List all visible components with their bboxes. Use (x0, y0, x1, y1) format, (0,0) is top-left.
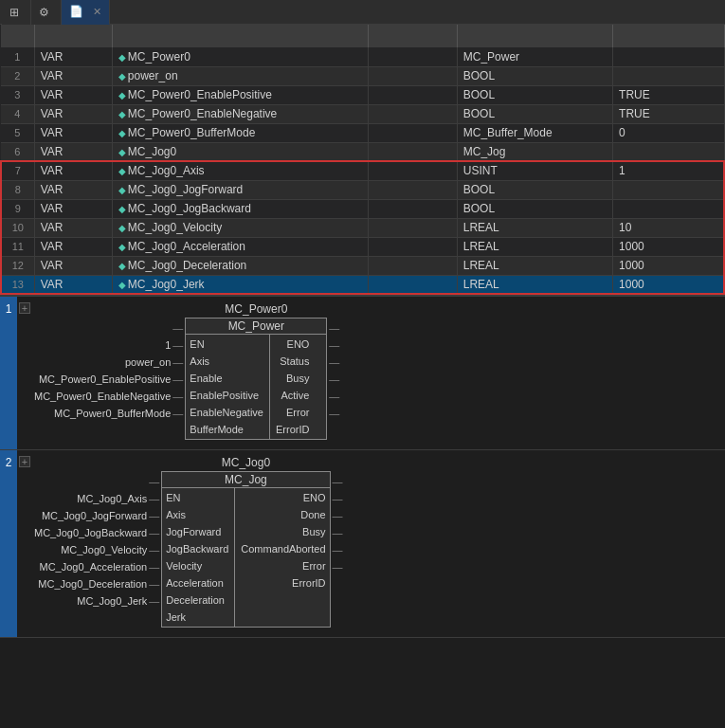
row-assign (368, 104, 457, 123)
input-wire: — (147, 473, 161, 490)
fb-pin-left: Axis (190, 353, 263, 370)
row-varname: ◆power_on (112, 66, 368, 85)
pou-icon: 📄 (69, 5, 83, 18)
fb-body-2: ENAxisJogForwardJogBackwardVelocityAccel… (162, 488, 329, 627)
row-assign (368, 256, 457, 275)
output-wire: — (327, 337, 341, 354)
logic-area[interactable]: 1+ —1 —power_on —MC_Power0_EnablePositiv… (0, 297, 725, 728)
row-dtype: BOOL (457, 199, 612, 218)
input-label: MC_Jog0_Acceleration (40, 561, 148, 573)
row-varname: ◆MC_Jog0_Jerk (112, 275, 368, 294)
row-type: VAR (34, 47, 112, 66)
fb-pin-left: BufferMode (190, 421, 263, 438)
row-assign (368, 142, 457, 161)
output-wire: — (327, 405, 341, 422)
diagram-row-1: —1 —power_on —MC_Power0_EnablePositive —… (34, 302, 341, 440)
table-row[interactable]: 3VAR◆MC_Power0_EnablePositiveBOOLTRUE (1, 85, 724, 104)
input-label: power_on (125, 356, 171, 368)
diamond-icon: ◆ (118, 242, 126, 252)
row-dtype: BOOL (457, 85, 612, 104)
var-table: 1VAR◆MC_Power0MC_Power2VAR◆power_onBOOL3… (0, 25, 725, 295)
row-varname: ◆MC_Jog0_Acceleration (112, 237, 368, 256)
input-label: MC_Power0_EnablePositive (39, 373, 171, 385)
table-row[interactable]: 10VAR◆MC_Jog0_VelocityLREAL10 (1, 218, 724, 237)
fb-pin-right: ErrorID (241, 574, 325, 592)
tab-bar: ⊞ ⚙ 📄 ✕ (0, 0, 725, 25)
output-wire: — (327, 319, 341, 337)
row-assign (368, 123, 457, 142)
row-dtype: MC_Buffer_Mode (457, 123, 612, 142)
fb-pin-right: Busy (276, 370, 309, 387)
section-expand-1[interactable]: + (19, 302, 30, 314)
row-type: VAR (34, 199, 112, 218)
tab-pou-close[interactable]: ✕ (93, 6, 101, 18)
diamond-icon: ◆ (118, 52, 126, 63)
output-wire: — (331, 507, 345, 524)
section-content-2: —MC_Jog0_Axis —MC_Jog0_JogForward —MC_Jo… (34, 456, 725, 628)
table-row[interactable]: 4VAR◆MC_Power0_EnableNegativeBOOLTRUE (1, 104, 724, 123)
row-init (613, 66, 724, 85)
table-row[interactable]: 13VAR◆MC_Jog0_JerkLREAL1000 (1, 275, 724, 294)
fb-pin-left: Acceleration (166, 574, 228, 592)
row-num: 12 (1, 256, 34, 275)
table-row[interactable]: 7VAR◆MC_Jog0_AxisUSINT1 (1, 161, 724, 180)
fb-left-pins-2: ENAxisJogForwardJogBackwardVelocityAccel… (162, 488, 235, 627)
tab-axis[interactable]: ⚙ (31, 0, 62, 25)
fb-pin-right: ErrorID (276, 421, 309, 438)
wire-dash: — (172, 339, 183, 351)
table-row[interactable]: 5VAR◆MC_Power0_BufferModeMC_Buffer_Mode0 (1, 123, 724, 142)
ethercat-icon: ⊞ (9, 6, 19, 19)
output-wire: — (331, 541, 345, 558)
fb-pin-right: Active (276, 387, 309, 404)
output-wire: — (327, 371, 341, 388)
row-dtype: MC_Power (457, 47, 612, 66)
row-dtype: LREAL (457, 237, 612, 256)
table-row[interactable]: 11VAR◆MC_Jog0_AccelerationLREAL1000 (1, 237, 724, 256)
row-type: VAR (34, 237, 112, 256)
wire-dash: — (172, 356, 183, 368)
row-init: TRUE (613, 104, 724, 123)
row-varname: ◆MC_Jog0 (112, 142, 368, 161)
row-varname: ◆MC_Jog0_JogBackward (112, 199, 368, 218)
input-label: MC_Power0_BufferMode (54, 408, 171, 419)
row-type: VAR (34, 66, 112, 85)
input-wire: MC_Jog0_Jerk — (77, 592, 161, 610)
input-wire: MC_Jog0_Velocity — (61, 541, 161, 558)
fb-pin-right: CommandAborted (241, 540, 325, 557)
col-assign (368, 25, 457, 47)
wire-dash: — (149, 561, 159, 573)
wire-dash-right: — (333, 527, 343, 538)
fb-pin-left: JogBackward (166, 540, 228, 557)
col-dtype (457, 25, 612, 47)
row-init: 1000 (613, 275, 724, 294)
col-type (34, 25, 112, 47)
input-wire: MC_Power0_BufferMode — (54, 405, 185, 422)
table-row[interactable]: 1VAR◆MC_Power0MC_Power (1, 47, 724, 66)
wire-dash-right: — (329, 356, 339, 368)
fb-pin-right: Status (276, 353, 309, 370)
input-wire: — (171, 319, 185, 337)
table-row[interactable]: 2VAR◆power_onBOOL (1, 66, 724, 85)
output-wire: — (331, 490, 345, 507)
tab-pou[interactable]: 📄 ✕ (62, 0, 110, 25)
left-inputs-1: —1 —power_on —MC_Power0_EnablePositive —… (34, 302, 185, 422)
table-row[interactable]: 9VAR◆MC_Jog0_JogBackwardBOOL (1, 199, 724, 218)
fb-pin-left: EnableNegative (190, 404, 263, 421)
row-init: 0 (613, 123, 724, 142)
table-row[interactable]: 12VAR◆MC_Jog0_DecelerationLREAL1000 (1, 256, 724, 275)
tab-ethercat[interactable]: ⊞ (2, 0, 31, 25)
diamond-icon: ◆ (118, 147, 126, 157)
col-name (112, 25, 368, 47)
fb-left-pins-1: ENAxisEnableEnablePositiveEnableNegative… (186, 335, 270, 439)
diamond-icon: ◆ (118, 204, 126, 214)
diagram-row-2: —MC_Jog0_Axis —MC_Jog0_JogForward —MC_Jo… (34, 456, 345, 628)
table-row[interactable]: 6VAR◆MC_Jog0MC_Jog (1, 142, 724, 161)
table-row[interactable]: 8VAR◆MC_Jog0_JogForwardBOOL (1, 180, 724, 199)
input-label: 1 (165, 339, 171, 351)
fb-right-pins-2: ENODoneBusyCommandAbortedErrorErrorID (235, 488, 329, 627)
fb-header-1: MC_Power (186, 318, 326, 335)
row-num: 13 (1, 275, 34, 294)
input-label: MC_Jog0_JogForward (42, 510, 147, 521)
section-expand-2[interactable]: + (19, 456, 30, 467)
row-assign (368, 180, 457, 199)
